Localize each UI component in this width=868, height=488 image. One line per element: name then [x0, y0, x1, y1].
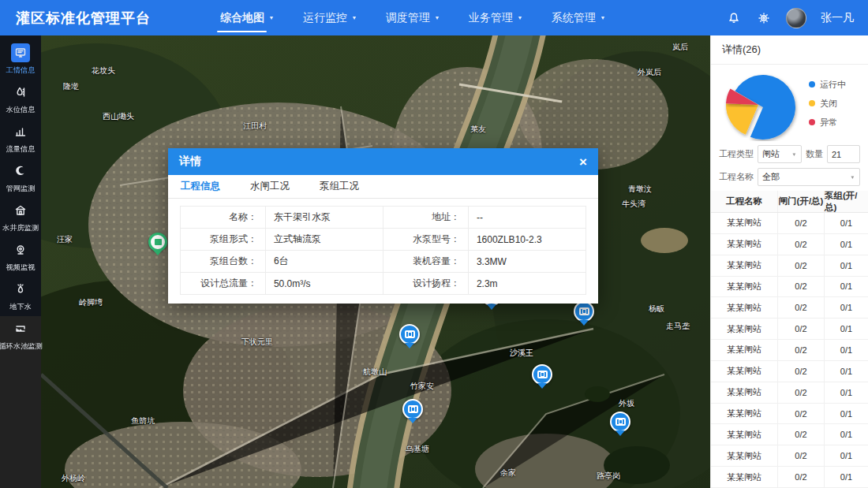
table-row[interactable]: 某某闸站0/20/1: [711, 255, 868, 277]
recycle-pool-icon: [11, 319, 30, 338]
table-cell: 0/1: [824, 234, 868, 255]
legend-item-2[interactable]: 异常: [809, 117, 846, 129]
legend-dot-icon: [809, 81, 815, 88]
topbar-actions: 张一凡: [726, 8, 854, 28]
project-name-select[interactable]: 全部 ▼: [758, 168, 860, 186]
project-type-select[interactable]: 闸站 ▼: [758, 145, 802, 163]
sidebar-item-label: 水位信息: [6, 105, 36, 115]
modal-tab-1[interactable]: 水闸工况: [250, 180, 290, 193]
pump-glyph-icon: [155, 239, 162, 245]
table-cell: 0/1: [824, 297, 868, 318]
right-detail-panel: 详情(26) 运行中关闭异常 工程类型 闸站 ▼ 数量 工程名称 全部 ▼ 工程…: [710, 35, 868, 488]
table-row[interactable]: 某某闸站0/20/1: [711, 340, 868, 361]
legend-dot-icon: [809, 100, 815, 106]
table-row[interactable]: 某某闸站0/20/1: [711, 277, 868, 298]
table-cell: 0/2: [777, 445, 824, 466]
table-cell: 0/2: [777, 361, 824, 382]
table-cell: 某某闸站: [711, 277, 777, 297]
sluice-gate-icon: [579, 307, 589, 315]
table-cell: 0/2: [777, 234, 824, 255]
panel-filters: 工程类型 闸站 ▼ 数量 工程名称 全部 ▼: [711, 140, 868, 189]
user-name[interactable]: 张一凡: [821, 11, 854, 25]
user-avatar[interactable]: [786, 8, 806, 28]
table-cell: 0/1: [824, 255, 868, 276]
modal-tabs: 工程信息水闸工况泵组工况: [168, 175, 598, 199]
table-row[interactable]: 某某闸站0/20/1: [711, 361, 868, 382]
field-label: 名称：: [181, 207, 266, 229]
nav-item-3[interactable]: 业务管理▼: [469, 0, 523, 35]
sidebar-item-label: 水井房监测: [2, 223, 39, 233]
nav-item-4[interactable]: 系统管理▼: [552, 0, 606, 35]
table-cell: 0/1: [824, 404, 868, 424]
sidebar-item-3[interactable]: 管网监测: [0, 162, 41, 194]
field-value: 50.0m³/s: [265, 273, 383, 295]
table-row[interactable]: 某某闸站0/20/1: [711, 319, 868, 340]
table-cell: 某某闸站: [711, 213, 777, 233]
sidebar-item-7[interactable]: 循环水池监测: [0, 319, 41, 352]
field-label: 泵组形式：: [181, 229, 266, 251]
project-info-table: 名称：东干渠引水泵地址：--泵组形式：立式轴流泵水泵型号：1600ZLB10-2…: [180, 206, 586, 295]
field-value: 东干渠引水泵: [265, 207, 383, 229]
legend-label: 异常: [820, 117, 837, 129]
table-cell: 0/1: [824, 445, 868, 466]
sidebar-item-6[interactable]: 地下水: [0, 280, 41, 312]
project-name-label: 工程名称: [719, 171, 754, 183]
bell-icon[interactable]: [726, 10, 742, 26]
sidebar-item-0[interactable]: 工情信息: [0, 43, 41, 76]
table-cell: 0/2: [777, 213, 824, 233]
table-cell: 0/2: [777, 277, 824, 297]
table-cell: 0/1: [824, 340, 868, 360]
nav-item-0[interactable]: 综合地图▼: [220, 0, 275, 35]
table-header-row: 工程名称闸门(开/总)泵组(开/总): [711, 191, 868, 213]
sidebar-item-label: 流量信息: [6, 144, 36, 155]
well-station-marker[interactable]: [148, 233, 167, 260]
camera-icon: [11, 240, 30, 259]
sidebar-item-label: 循环水池监测: [0, 341, 43, 352]
count-input[interactable]: [827, 145, 860, 163]
nav-item-2[interactable]: 调度管理▼: [386, 0, 440, 35]
project-type-value: 闸站: [762, 148, 780, 160]
gate-station-marker[interactable]: [574, 301, 594, 330]
detail-modal: 详情 × 工程信息水闸工况泵组工况 名称：东干渠引水泵地址：--泵组形式：立式轴…: [168, 148, 598, 304]
sidebar-item-1[interactable]: 水位信息: [0, 83, 41, 115]
table-row[interactable]: 某某闸站0/20/1: [711, 424, 868, 445]
table-row[interactable]: 某某闸站0/20/1: [711, 404, 868, 425]
column-header: 闸门(开/总): [777, 191, 824, 212]
gate-station-marker[interactable]: [610, 412, 630, 441]
field-value: 2.3m: [468, 273, 586, 295]
status-pie-chart: 运行中关闭异常: [711, 65, 868, 140]
station-table: 工程名称闸门(开/总)泵组(开/总)某某闸站0/20/1某某闸站0/20/1某某…: [711, 191, 868, 488]
sidebar-item-label: 管网监测: [6, 184, 36, 194]
table-cell: 0/1: [824, 361, 868, 382]
gear-icon[interactable]: [756, 10, 772, 26]
table-row[interactable]: 某某闸站0/20/1: [711, 382, 868, 404]
nav-label: 业务管理: [469, 11, 513, 25]
project-type-label: 工程类型: [719, 148, 754, 160]
table-cell: 某某闸站: [711, 424, 777, 445]
sidebar-item-5[interactable]: 视频监视: [0, 240, 41, 273]
legend-item-1[interactable]: 关闭: [809, 98, 846, 110]
table-row[interactable]: 某某闸站0/20/1: [711, 445, 868, 467]
gate-station-marker[interactable]: [399, 324, 420, 353]
sidebar-item-4[interactable]: 水井房监测: [0, 201, 41, 233]
sidebar-item-2[interactable]: 流量信息: [0, 122, 41, 155]
gate-station-marker[interactable]: [532, 364, 552, 393]
table-row[interactable]: 某某闸站0/20/1: [711, 234, 868, 255]
table-cell: 某某闸站: [711, 382, 777, 403]
field-label: 泵组台数：: [181, 251, 266, 273]
modal-tab-2[interactable]: 泵组工况: [320, 180, 359, 193]
info-row: 泵组台数：6台装机容量：3.3MW: [181, 251, 586, 273]
caret-down-icon: ▼: [791, 151, 796, 156]
gate-station-marker[interactable]: [402, 399, 423, 428]
legend-item-0[interactable]: 运行中: [809, 79, 846, 91]
monitor-icon: [11, 43, 30, 62]
table-row[interactable]: 某某闸站0/20/1: [711, 467, 868, 488]
nav-item-1[interactable]: 运行监控▼: [303, 0, 357, 35]
chart-legend: 运行中关闭异常: [809, 79, 846, 129]
field-label: 水泵型号：: [383, 229, 468, 251]
table-cell: 某某闸站: [711, 404, 777, 424]
table-row[interactable]: 某某闸站0/20/1: [711, 213, 868, 234]
table-row[interactable]: 某某闸站0/20/1: [711, 297, 868, 319]
modal-tab-0[interactable]: 工程信息: [181, 180, 220, 193]
close-icon[interactable]: ×: [579, 155, 587, 169]
